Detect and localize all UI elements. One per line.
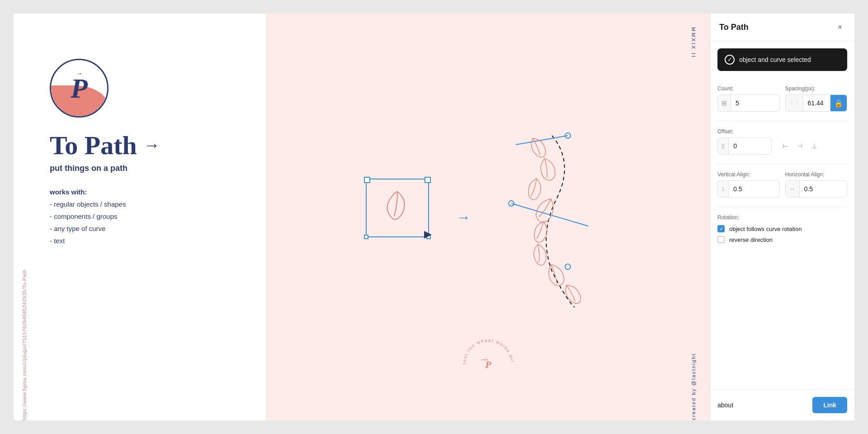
works-item-2: - components / groups [50,210,244,222]
offset-value: 0 [729,138,771,154]
count-spacing-row: Count: ⊞ 5 Spacing(px): ⋮⋮ 61.44 [717,85,847,112]
spacing-lock-button[interactable]: 🔒 [830,95,847,111]
spacing-group: Spacing(px): ⋮⋮ 61.44 🔒 [785,85,848,112]
offset-input-wrap[interactable]: ||| 0 [717,137,772,155]
leaves-area [498,127,611,307]
left-panel: https://www.figma.com/c/plugin/751576264… [14,14,267,420]
reverse-direction-label: reverse direction [729,236,773,243]
logo-circle: → P [50,59,108,118]
reverse-direction-checkbox[interactable] [717,236,725,243]
object-box: ▶ [366,179,429,237]
link-button[interactable]: Link [812,397,847,413]
horizontal-align-input[interactable]: ↔ 0.5 [785,180,848,198]
title-arrow: → [144,137,160,155]
corner-bl [364,235,368,239]
cursor-icon: ▶ [424,228,432,240]
works-with-label: works with: [50,186,244,198]
offset-section: Offset: ||| 0 ⊢ ⊣ ⊥ [717,128,847,155]
spacing-label: Spacing(px): [785,85,848,92]
align-right-icon[interactable]: ⊥ [808,140,821,152]
status-bar: ✓ object and curve selected [717,48,847,71]
works-item-3: - any type of curve [50,222,244,235]
vertical-align-group: Vertical Align: ↕ 0.5 [717,171,780,198]
status-text: object and curve selected [739,56,811,63]
subtitle: put things on a path [50,164,244,173]
horizontal-align-value: 0.5 [800,181,847,197]
works-section: works with: - regular objects / shapes -… [50,186,244,247]
count-icon: ⊞ [718,95,731,111]
plugin-header: To Path × [710,14,854,41]
count-group: Count: ⊞ 5 [717,85,780,112]
leaves-path-svg [498,127,611,307]
plugin-footer: about Link [710,389,854,420]
horizontal-align-group: Horizontal Align: ↔ 0.5 [785,171,848,198]
works-item-1: - regular objects / shapes [50,198,244,210]
offset-controls: ||| 0 ⊢ ⊣ ⊥ [717,137,847,155]
follows-curve-label: object follows curve rotation [729,226,802,232]
status-check-icon: ✓ [725,55,735,65]
divider-3 [717,207,847,207]
works-item-4: - text [50,235,244,247]
svg-point-4 [565,264,571,269]
logo-circle-inner: → P [51,60,107,116]
align-section: Vertical Align: ↕ 0.5 Horizontal Align: … [717,171,847,198]
svg-text:P: P [485,359,491,370]
svg-line-1 [516,136,568,145]
count-input-wrap[interactable]: ⊞ 5 [717,94,780,112]
leaf-inside [382,187,413,225]
rotation-section: Rotation: ✓ object follows curve rotatio… [717,214,847,247]
plugin-title: To Path [719,23,749,32]
count-label: Count: [717,85,780,92]
spacing-icon: ⋮⋮ [786,95,803,111]
align-center-icon[interactable]: ⊣ [793,140,806,152]
horizontal-align-label: Horizontal Align: [785,171,848,178]
url-sidebar: https://www.figma.com/c/plugin/751576264… [22,14,27,420]
outer-frame: https://www.figma.com/c/plugin/751576264… [0,0,868,434]
center-canvas: MMXIX II created by @lastnight [267,14,710,420]
vertical-align-icon: ↕ [718,181,729,197]
svg-line-3 [511,203,588,226]
horizontal-align-icon: ↔ [786,181,800,197]
offset-label: Offset: [717,128,847,135]
svg-text:→: → [484,356,487,360]
close-button[interactable]: × [835,22,845,33]
main-title: To Path → [50,131,244,160]
plugin-body: Count: ⊞ 5 Spacing(px): ⋮⋮ 61.44 [710,71,854,389]
arrow-between: → [456,209,471,226]
reverse-direction-row[interactable]: reverse direction [717,236,847,243]
spacing-value: 61.44 [803,95,831,111]
circle-text-bottom: text too whaat works wil P → [457,333,520,398]
logo-arrow-small: → [76,70,82,77]
align-icons: ⊢ ⊣ ⊥ [779,140,821,152]
divider-1 [717,121,847,121]
align-left-icon[interactable]: ⊢ [779,140,792,152]
divider-2 [717,164,847,164]
rotation-label: Rotation: [717,214,847,221]
spacing-input-wrap[interactable]: ⋮⋮ 61.44 🔒 [785,94,848,112]
follows-curve-checkbox[interactable]: ✓ [717,225,725,232]
object-box-container: ▶ [366,179,429,237]
offset-icon: ||| [718,138,729,154]
vertical-align-value: 0.5 [729,181,779,197]
count-value: 5 [731,95,779,111]
vertical-align-label: Vertical Align: [717,171,780,178]
vertical-align-input[interactable]: ↕ 0.5 [717,180,780,198]
main-canvas: https://www.figma.com/c/plugin/751576264… [14,14,854,420]
count-spacing-section: Count: ⊞ 5 Spacing(px): ⋮⋮ 61.44 [717,85,847,119]
about-text: about [717,401,733,409]
follows-curve-row[interactable]: ✓ object follows curve rotation [717,225,847,232]
title-text: To Path [50,131,137,160]
right-panel: To Path × ✓ object and curve selected Co… [710,14,854,420]
title-section: To Path → put things on a path works wit… [50,131,244,247]
